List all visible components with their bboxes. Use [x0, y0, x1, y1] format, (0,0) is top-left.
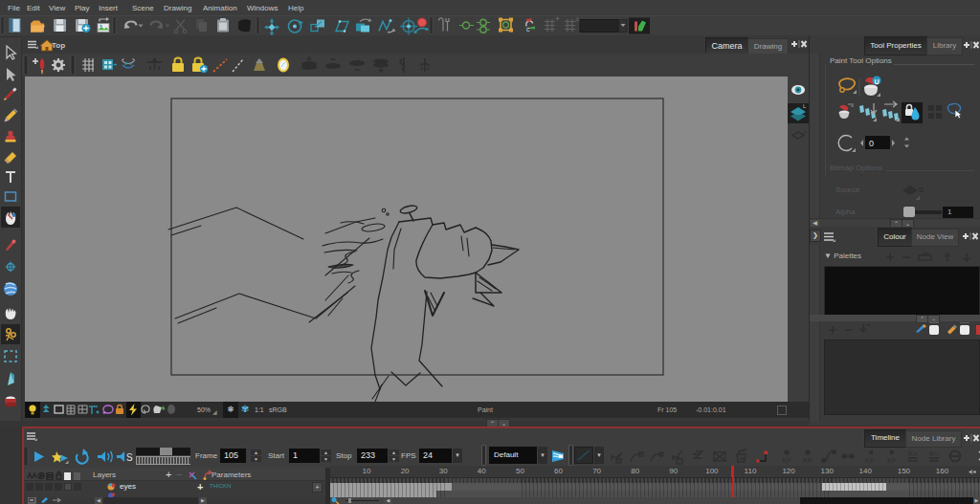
svg-text:K−: K−	[929, 449, 939, 458]
svg-text:0: 0	[869, 139, 874, 148]
svg-text:c: c	[804, 129, 807, 135]
svg-text:KF: KF	[865, 456, 875, 465]
svg-text:KF: KF	[887, 456, 897, 465]
svg-text:K+: K+	[908, 449, 918, 458]
svg-text:KF: KF	[803, 456, 813, 465]
svg-text:A: A	[575, 16, 580, 23]
svg-text:c: c	[526, 26, 530, 33]
svg-text:U: U	[875, 78, 880, 85]
svg-text:S: S	[126, 452, 133, 463]
svg-text:KF: KF	[782, 456, 791, 465]
